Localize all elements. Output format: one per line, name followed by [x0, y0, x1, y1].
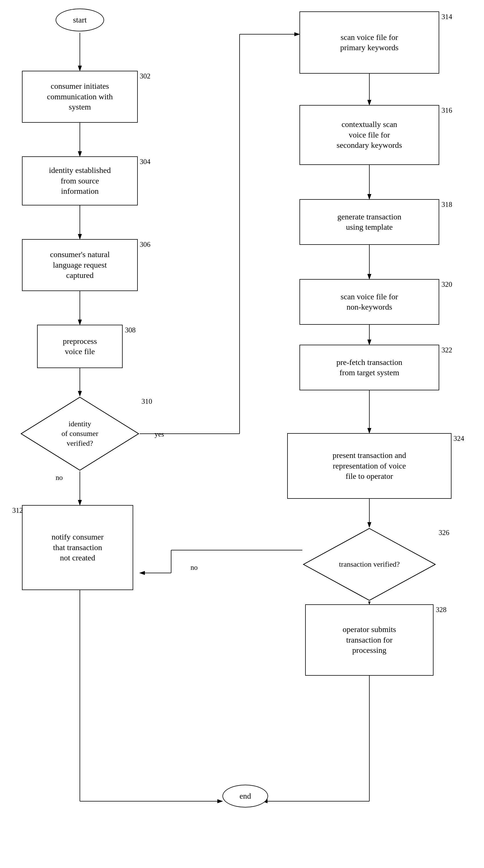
node-312: notify consumer that transaction not cre…	[22, 505, 133, 590]
ref-310: 310	[141, 398, 152, 405]
ref-324: 324	[453, 435, 464, 442]
node-316: contextually scan voice file for seconda…	[299, 105, 439, 165]
node-328: operator submits transaction for process…	[305, 604, 433, 676]
ref-302: 302	[140, 72, 151, 80]
ref-320: 320	[442, 280, 452, 288]
label-no-310: no	[56, 474, 63, 482]
node-308: preprocess voice file	[37, 325, 123, 368]
ref-314: 314	[442, 13, 452, 21]
node-322: pre-fetch transaction from target system	[299, 345, 439, 390]
node-302: consumer initiates communication with sy…	[22, 71, 138, 123]
ref-328: 328	[436, 606, 447, 614]
ref-312: 312	[12, 506, 23, 515]
node-324: present transaction and representation o…	[287, 433, 451, 499]
label-yes-310: yes	[155, 430, 164, 438]
ref-326: 326	[439, 529, 450, 537]
node-314: scan voice file for primary keywords	[299, 11, 439, 73]
ref-304: 304	[140, 158, 151, 166]
node-326: transaction verified?	[302, 527, 437, 601]
end-node: end	[222, 785, 268, 807]
ref-322: 322	[442, 346, 452, 354]
ref-306: 306	[140, 241, 151, 249]
node-304: identity established from source informa…	[22, 156, 138, 206]
ref-316: 316	[442, 106, 452, 115]
label-no-326: no	[191, 563, 198, 571]
node-310: identity of consumer verified?	[20, 396, 140, 471]
node-320: scan voice file for non-keywords	[299, 279, 439, 325]
flowchart: start consumer initiates communication w…	[0, 0, 484, 868]
node-318: generate transaction using template	[299, 199, 439, 245]
node-306: consumer's natural language request capt…	[22, 239, 138, 291]
start-node: start	[56, 8, 104, 31]
ref-318: 318	[442, 200, 452, 209]
ref-308: 308	[125, 326, 136, 334]
